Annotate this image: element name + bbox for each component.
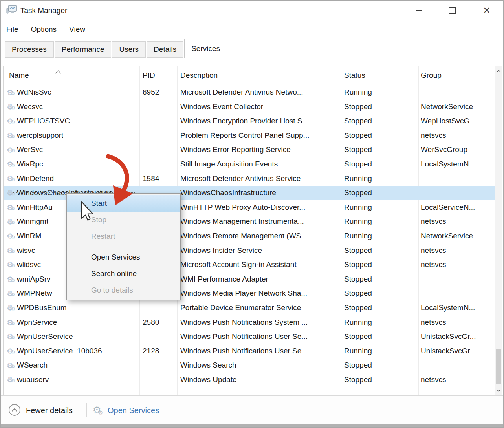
- cell-name: WSearch: [17, 358, 48, 373]
- cell-desc: WinHTTP Web Proxy Auto-Discover...: [180, 200, 305, 215]
- service-gear-icon: ⚙⚙: [7, 200, 17, 215]
- service-gear-icon: ⚙⚙: [7, 373, 17, 387]
- scrollbar-thumb[interactable]: [496, 349, 501, 384]
- column-header-name[interactable]: Name: [9, 66, 29, 84]
- cell-desc: Microsoft Defender Antivirus Service: [180, 172, 301, 186]
- fewer-details-chevron-icon: [9, 404, 20, 416]
- menu-view[interactable]: View: [69, 25, 85, 34]
- cell-desc: Windows Insider Service: [180, 243, 262, 258]
- service-gear-icon: ⚙⚙: [7, 214, 17, 229]
- cell-name: WpnUserService_10b036: [17, 344, 102, 358]
- cell-group: LocalSystemN...: [421, 157, 475, 172]
- tab-processes[interactable]: Processes: [5, 41, 54, 58]
- sort-ascending-icon: [55, 67, 61, 76]
- context-menu: StartStopRestartOpen ServicesSearch onli…: [66, 193, 181, 300]
- minimize-icon: [416, 10, 422, 11]
- tab-details[interactable]: Details: [147, 41, 183, 58]
- table-row[interactable]: ⚙⚙WecsvcWindows Event CollectorStoppedNe…: [4, 100, 495, 114]
- cell-desc: Windows Error Reporting Service: [180, 143, 291, 157]
- service-gear-icon: ⚙⚙: [7, 344, 17, 358]
- cell-status: Running: [344, 229, 372, 243]
- cell-group: UnistackSvcGr...: [421, 344, 476, 358]
- minimize-button[interactable]: [409, 1, 428, 20]
- table-row[interactable]: ⚙⚙wuauservWindows UpdateStoppednetsvcs: [4, 373, 495, 387]
- close-button[interactable]: ✕: [477, 1, 496, 20]
- table-row[interactable]: ⚙⚙WiaRpcStill Image Acquisition EventsSt…: [4, 157, 495, 172]
- cell-desc: Portable Device Enumerator Service: [180, 301, 301, 315]
- cell-group: WerSvcGroup: [421, 143, 467, 157]
- tab-services[interactable]: Services: [184, 39, 227, 58]
- fewer-details-button[interactable]: Fewer details: [26, 396, 73, 425]
- menu-item-open-services[interactable]: Open Services: [67, 249, 180, 265]
- footer-divider: [86, 403, 87, 417]
- window-title: Task Manager: [20, 1, 67, 20]
- tab-bar: ProcessesPerformanceUsersDetailsServices: [5, 38, 228, 58]
- cell-status: Stopped: [344, 243, 372, 258]
- menu-item-go-to-details: Go to details: [67, 282, 180, 298]
- tab-performance[interactable]: Performance: [55, 41, 112, 58]
- menu-file[interactable]: File: [6, 25, 18, 34]
- table-row[interactable]: ⚙⚙WSearchWindows SearchStopped: [4, 358, 495, 373]
- cell-group: netsvcs: [421, 373, 446, 387]
- cell-name: WpnUserService: [17, 329, 73, 344]
- service-gear-icon: ⚙⚙: [7, 114, 17, 128]
- cell-desc: WMI Performance Adapter: [180, 272, 268, 287]
- cell-desc: WindowsChaosInfrastructure: [180, 186, 276, 200]
- column-header-desc[interactable]: Description: [180, 66, 218, 84]
- cell-name: WdNisSvc: [17, 85, 51, 100]
- cell-status: Stopped: [344, 272, 372, 287]
- service-gear-icon: ⚙⚙: [7, 143, 17, 157]
- cell-status: Stopped: [344, 186, 372, 200]
- cell-status: Stopped: [344, 373, 372, 387]
- menu-options[interactable]: Options: [31, 25, 57, 34]
- menu-item-start[interactable]: Start: [67, 195, 180, 212]
- scroll-up-button[interactable]: [495, 67, 502, 75]
- service-gear-icon: ⚙⚙: [7, 128, 17, 143]
- scroll-down-button[interactable]: [495, 386, 502, 394]
- cell-status: Stopped: [344, 286, 372, 301]
- cell-group: WepHostSvcG...: [421, 114, 476, 128]
- cell-pid: 2580: [143, 315, 159, 330]
- service-gear-icon: ⚙⚙: [7, 315, 17, 330]
- menu-item-search-online[interactable]: Search online: [67, 265, 180, 282]
- cell-name: wlidsvc: [17, 258, 41, 272]
- cell-name: WEPHOSTSVC: [17, 114, 70, 128]
- cell-status: Stopped: [344, 358, 372, 373]
- menu-item-restart: Restart: [67, 228, 180, 245]
- cell-pid: 1584: [143, 172, 159, 186]
- cell-desc: Windows Update: [180, 373, 237, 387]
- open-services-link[interactable]: Open Services: [108, 396, 159, 425]
- vertical-scrollbar[interactable]: [495, 66, 502, 395]
- table-row[interactable]: ⚙⚙WpnUserService_10b0362128Windows Push …: [4, 344, 495, 358]
- menu-separator: [94, 247, 177, 247]
- maximize-button[interactable]: [443, 1, 462, 20]
- cell-group: netsvcs: [421, 258, 446, 272]
- table-row[interactable]: ⚙⚙wercplsupportProblem Reports Control P…: [4, 128, 495, 143]
- task-manager-window: Task Manager ✕ FileOptionsView Processes…: [0, 0, 504, 428]
- table-row[interactable]: ⚙⚙WEPHOSTSVCWindows Encryption Provider …: [4, 114, 495, 128]
- cell-desc: Windows Remote Management (WS...: [180, 229, 307, 243]
- table-row[interactable]: ⚙⚙WinDefend1584Microsoft Defender Antivi…: [4, 172, 495, 186]
- tab-users[interactable]: Users: [112, 41, 146, 58]
- table-row[interactable]: ⚙⚙WpnUserServiceWindows Push Notificatio…: [4, 329, 495, 344]
- service-gear-icon: ⚙⚙: [7, 157, 17, 172]
- cell-name: WinDefend: [17, 172, 54, 186]
- service-gear-icon: ⚙⚙: [7, 229, 17, 243]
- table-row[interactable]: ⚙⚙WerSvcWindows Error Reporting ServiceS…: [4, 143, 495, 157]
- menu-bar: FileOptionsView: [6, 20, 85, 38]
- table-row[interactable]: ⚙⚙WdNisSvc6952Microsoft Defender Antivir…: [4, 85, 495, 100]
- cell-desc: Microsoft Account Sign-in Assistant: [180, 258, 297, 272]
- window-bottom-edge: [1, 424, 503, 427]
- cell-group: LocalSystemN...: [421, 301, 475, 315]
- cell-status: Running: [344, 214, 372, 229]
- table-row[interactable]: ⚙⚙WpnService2580Windows Push Notificatio…: [4, 315, 495, 330]
- cell-group: LocalServiceN...: [421, 200, 475, 215]
- column-header-pid[interactable]: PID: [143, 66, 155, 84]
- cell-group: netsvcs: [421, 243, 446, 258]
- table-row[interactable]: ⚙⚙WPDBusEnumPortable Device Enumerator S…: [4, 301, 495, 315]
- cell-name: wisvc: [17, 243, 35, 258]
- column-header-group[interactable]: Group: [421, 66, 442, 84]
- column-header-status[interactable]: Status: [344, 66, 365, 84]
- cell-desc: Windows Media Player Network Sha...: [180, 286, 307, 301]
- cell-name: WinHttpAu: [17, 200, 53, 215]
